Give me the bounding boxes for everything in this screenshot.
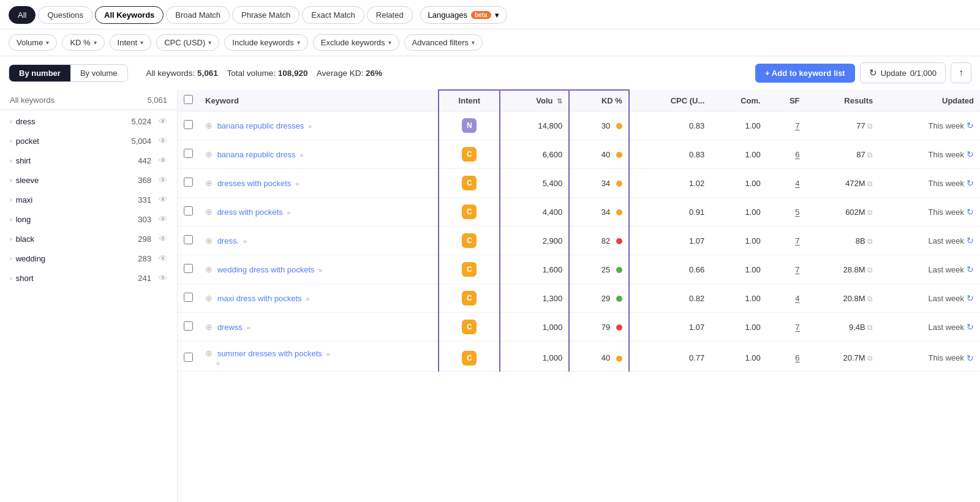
eye-icon[interactable]: 👁 bbox=[159, 253, 167, 263]
group-by-number-button[interactable]: By number bbox=[9, 65, 70, 81]
tab-exact-match[interactable]: Exact Match bbox=[302, 6, 364, 24]
keyword-link[interactable]: banana republic dresses bbox=[217, 121, 304, 130]
eye-icon[interactable]: 👁 bbox=[159, 136, 167, 146]
volume-filter[interactable]: Volume ▾ bbox=[9, 34, 57, 51]
select-all-checkbox[interactable] bbox=[184, 95, 193, 104]
add-to-keyword-list-button[interactable]: + Add to keyword list bbox=[755, 64, 855, 83]
th-kd[interactable]: KD % bbox=[569, 90, 629, 111]
row-checkbox[interactable] bbox=[184, 149, 193, 158]
copy-icon[interactable]: ⧉ bbox=[867, 237, 873, 245]
tab-questions[interactable]: Questions bbox=[38, 6, 92, 24]
copy-icon[interactable]: ⧉ bbox=[867, 122, 873, 130]
exclude-keywords-filter[interactable]: Exclude keywords ▾ bbox=[313, 34, 399, 51]
cpc-filter[interactable]: CPC (USD) ▾ bbox=[156, 34, 219, 51]
add-keyword-icon[interactable]: ⊕ bbox=[205, 293, 213, 303]
copy-icon[interactable]: ⧉ bbox=[867, 294, 873, 303]
eye-icon[interactable]: 👁 bbox=[159, 175, 167, 185]
sidebar-item-maxi[interactable]: › maxi 331 👁 bbox=[0, 190, 177, 209]
include-keywords-filter[interactable]: Include keywords ▾ bbox=[224, 34, 307, 51]
sidebar-item-shirt[interactable]: › shirt 442 👁 bbox=[0, 151, 177, 170]
eye-icon[interactable]: 👁 bbox=[159, 273, 167, 283]
row-checkbox[interactable] bbox=[184, 321, 193, 331]
intent-cell: N bbox=[439, 111, 500, 140]
sidebar-count-shirt: 442 bbox=[138, 156, 151, 165]
row-checkbox[interactable] bbox=[184, 264, 193, 273]
tab-phrase-match[interactable]: Phrase Match bbox=[232, 6, 300, 24]
cpc-cell: 0.83 bbox=[629, 140, 710, 169]
cpc-filter-label: CPC (USD) bbox=[164, 38, 205, 47]
eye-icon[interactable]: 👁 bbox=[159, 195, 167, 204]
row-checkbox[interactable] bbox=[184, 293, 193, 302]
sf-value: 6 bbox=[795, 353, 799, 362]
th-keyword[interactable]: Keyword bbox=[199, 90, 439, 111]
add-keyword-icon[interactable]: ⊕ bbox=[205, 322, 213, 332]
sidebar-item-pocket[interactable]: › pocket 5,004 👁 bbox=[0, 131, 177, 151]
tab-all-keywords[interactable]: All Keywords bbox=[95, 6, 164, 24]
copy-icon[interactable]: ⧉ bbox=[867, 208, 873, 217]
copy-icon[interactable]: ⧉ bbox=[867, 151, 873, 159]
row-checkbox[interactable] bbox=[184, 178, 193, 187]
eye-icon[interactable]: 👁 bbox=[159, 214, 167, 224]
refresh-icon[interactable]: ↻ bbox=[967, 178, 974, 188]
eye-icon[interactable]: 👁 bbox=[159, 116, 167, 126]
refresh-icon[interactable]: ↻ bbox=[967, 207, 974, 217]
copy-icon[interactable]: ⧉ bbox=[867, 354, 873, 362]
keyword-link[interactable]: wedding dress with pockets bbox=[217, 265, 315, 274]
row-checkbox-cell bbox=[178, 342, 199, 372]
eye-icon[interactable]: 👁 bbox=[159, 155, 167, 165]
group-by-volume-button[interactable]: By volume bbox=[70, 65, 127, 81]
row-checkbox[interactable] bbox=[184, 235, 193, 244]
th-updated[interactable]: Updated bbox=[879, 90, 980, 111]
th-com[interactable]: Com. bbox=[710, 90, 766, 111]
export-button[interactable]: ↑ bbox=[951, 62, 971, 83]
refresh-icon[interactable]: ↻ bbox=[967, 293, 974, 303]
th-results[interactable]: Results bbox=[806, 90, 880, 111]
th-sf[interactable]: SF bbox=[767, 90, 806, 111]
keyword-link[interactable]: drewss bbox=[217, 323, 243, 332]
keyword-link[interactable]: maxi dress with pockets bbox=[217, 294, 302, 303]
keyword-link[interactable]: dress with pockets bbox=[217, 208, 283, 217]
sidebar-item-short[interactable]: › short 241 👁 bbox=[0, 268, 177, 288]
update-button[interactable]: ↻ Update 0/1,000 bbox=[860, 62, 946, 83]
sidebar-item-wedding[interactable]: › wedding 283 👁 bbox=[0, 249, 177, 268]
keyword-link[interactable]: dress. bbox=[217, 236, 239, 245]
advanced-filters[interactable]: Advanced filters ▾ bbox=[404, 34, 483, 51]
keyword-link[interactable]: summer dresses with pockets bbox=[217, 349, 322, 358]
copy-icon[interactable]: ⧉ bbox=[867, 179, 873, 188]
copy-icon[interactable]: ⧉ bbox=[867, 323, 873, 332]
add-keyword-icon[interactable]: ⊕ bbox=[205, 207, 213, 217]
sidebar-item-dress[interactable]: › dress 5,024 👁 bbox=[0, 111, 177, 131]
tab-broad-match[interactable]: Broad Match bbox=[166, 6, 230, 24]
keyword-link[interactable]: dresses with pockets bbox=[217, 179, 292, 188]
add-keyword-icon[interactable]: ⊕ bbox=[205, 178, 213, 188]
refresh-icon[interactable]: ↻ bbox=[967, 322, 974, 332]
add-keyword-icon[interactable]: ⊕ bbox=[205, 121, 213, 130]
tab-all[interactable]: All bbox=[9, 6, 36, 24]
intent-filter[interactable]: Intent ▾ bbox=[110, 34, 152, 51]
row-checkbox[interactable] bbox=[184, 206, 193, 215]
refresh-icon[interactable]: ↻ bbox=[967, 264, 974, 274]
add-keyword-icon[interactable]: ⊕ bbox=[205, 236, 213, 245]
row-checkbox[interactable] bbox=[184, 353, 193, 362]
refresh-icon[interactable]: ↻ bbox=[967, 353, 974, 363]
copy-icon[interactable]: ⧉ bbox=[867, 266, 873, 274]
sidebar-item-black[interactable]: › black 298 👁 bbox=[0, 229, 177, 249]
sidebar-item-long[interactable]: › long 303 👁 bbox=[0, 209, 177, 229]
refresh-icon[interactable]: ↻ bbox=[967, 236, 974, 245]
row-checkbox[interactable] bbox=[184, 120, 193, 129]
th-intent[interactable]: Intent bbox=[439, 90, 500, 111]
keyword-link[interactable]: banana republic dress bbox=[217, 150, 296, 159]
kd-dot bbox=[616, 324, 622, 331]
eye-icon[interactable]: 👁 bbox=[159, 234, 167, 244]
add-keyword-icon[interactable]: ⊕ bbox=[205, 348, 213, 358]
th-volume[interactable]: Volu ⇅ bbox=[500, 90, 569, 111]
th-cpc[interactable]: CPC (U... bbox=[629, 90, 710, 111]
add-keyword-icon[interactable]: ⊕ bbox=[205, 149, 213, 159]
sidebar-item-sleeve[interactable]: › sleeve 368 👁 bbox=[0, 170, 177, 190]
add-keyword-icon[interactable]: ⊕ bbox=[205, 264, 213, 274]
kd-filter[interactable]: KD % ▾ bbox=[62, 34, 104, 51]
tab-related[interactable]: Related bbox=[367, 6, 413, 24]
refresh-icon[interactable]: ↻ bbox=[967, 149, 974, 159]
refresh-icon[interactable]: ↻ bbox=[967, 121, 974, 130]
languages-button[interactable]: Languages beta ▾ bbox=[420, 6, 507, 24]
